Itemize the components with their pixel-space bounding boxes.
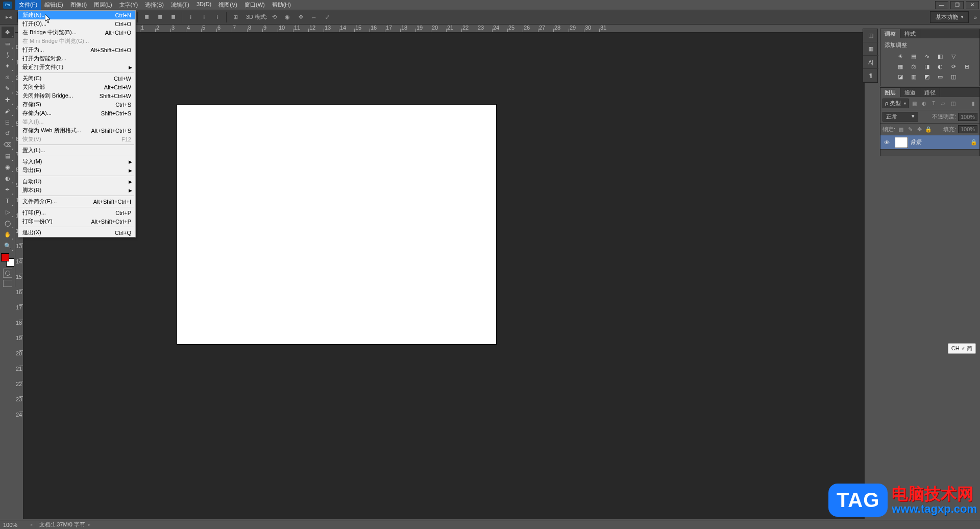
menuitem-自动U[interactable]: 自动(U)▶: [18, 177, 135, 186]
foreground-swatch[interactable]: [1, 253, 9, 261]
gradient-map-icon[interactable]: ▭: [936, 73, 945, 81]
menuitem-退出X[interactable]: 退出(X)Ctrl+Q: [18, 228, 135, 237]
color-swatches[interactable]: [1, 253, 14, 267]
tool-preset-icon[interactable]: ▸◂: [3, 12, 14, 23]
balance-icon[interactable]: ⚖: [909, 62, 918, 70]
exposure-icon[interactable]: ◧: [936, 52, 945, 60]
history-brush-tool[interactable]: ↺: [2, 128, 14, 139]
gradient-tool[interactable]: ▤: [2, 150, 14, 161]
menu-y[interactable]: 文字(Y): [116, 0, 142, 10]
menuitem-最近打开文件T[interactable]: 最近打开文件(T)▶: [18, 63, 135, 71]
zoom-arrow-icon[interactable]: ▸: [31, 522, 33, 527]
close-button[interactable]: ✕: [966, 1, 979, 9]
move-tool[interactable]: ✥: [2, 27, 14, 38]
menu-dd[interactable]: 3D(D): [193, 0, 215, 10]
3d-zoom-icon[interactable]: ⤢: [322, 12, 333, 23]
menu-f[interactable]: 文件(F): [15, 0, 41, 10]
dist-bottom-icon[interactable]: ≣: [167, 12, 179, 23]
menu-t[interactable]: 滤镜(T): [167, 0, 193, 10]
menuitem-导入M[interactable]: 导入(M)▶: [18, 157, 135, 166]
path-select-tool[interactable]: ▷: [2, 206, 14, 218]
dist-top-icon[interactable]: ≣: [141, 12, 152, 23]
channel-mixer-icon[interactable]: ⟳: [949, 62, 958, 70]
healing-tool[interactable]: ✚: [2, 94, 14, 105]
ime-indicator[interactable]: CH ♂ 简: [948, 343, 976, 354]
menuitem-导出E[interactable]: 导出(E)▶: [18, 166, 135, 175]
hand-tool[interactable]: ✋: [2, 229, 14, 240]
dist-hcenter-icon[interactable]: ⁞: [199, 12, 210, 23]
quickmask-button[interactable]: [3, 269, 12, 278]
menuitem-关闭全部[interactable]: 关闭全部Alt+Ctrl+W: [18, 83, 135, 91]
eraser-tool[interactable]: ⌫: [2, 139, 14, 150]
fill-field[interactable]: 100%: [958, 125, 977, 133]
dodge-tool[interactable]: ◐: [2, 173, 14, 184]
lock-transparent-icon[interactable]: ▩: [897, 126, 904, 133]
filter-shape-icon[interactable]: ▱: [939, 100, 947, 108]
layer-thumbnail[interactable]: [895, 137, 908, 148]
menuitem-存储为Web所用格式[interactable]: 存储为 Web 所用格式...Alt+Shift+Ctrl+S: [18, 126, 135, 135]
lasso-tool[interactable]: ⟆: [2, 49, 14, 60]
3d-slide-icon[interactable]: ↔: [308, 12, 320, 23]
menuitem-新建N[interactable]: 新建(N)...Ctrl+N: [18, 11, 135, 19]
character-panel-icon[interactable]: A|: [863, 56, 878, 69]
menuitem-打开O[interactable]: 打开(O)...Ctrl+O: [18, 19, 135, 28]
menuitem-打印一份Y[interactable]: 打印一份(Y)Alt+Shift+Ctrl+P: [18, 217, 135, 226]
lock-pixels-icon[interactable]: ✎: [906, 126, 914, 133]
curves-icon[interactable]: ∿: [922, 52, 932, 60]
menu-w[interactable]: 窗口(W): [241, 0, 268, 10]
opacity-field[interactable]: 100%: [958, 113, 977, 121]
swatches-panel-icon[interactable]: ▦: [863, 42, 878, 56]
pen-tool[interactable]: ✒: [2, 184, 14, 195]
menuitem-文件简介F[interactable]: 文件简介(F)...Alt+Shift+Ctrl+I: [18, 197, 135, 206]
lock-position-icon[interactable]: ✥: [916, 126, 923, 133]
visibility-toggle[interactable]: 👁: [880, 139, 893, 146]
lut-icon[interactable]: ⊞: [962, 62, 971, 70]
stamp-tool[interactable]: ⌸: [2, 116, 14, 128]
menuitem-置入L[interactable]: 置入(L)...: [18, 146, 135, 155]
dist-left-icon[interactable]: ⁞: [185, 12, 197, 23]
lock-all-icon[interactable]: 🔒: [925, 126, 932, 133]
eyedropper-tool[interactable]: ✎: [2, 83, 14, 94]
menuitem-在Bridge中浏览B[interactable]: 在 Bridge 中浏览(B)...Alt+Ctrl+O: [18, 28, 135, 37]
workspace-switcher[interactable]: 基本功能 ▾: [930, 11, 969, 23]
filter-toggle-icon[interactable]: ▮: [969, 100, 977, 108]
filter-pixel-icon[interactable]: ▦: [910, 100, 918, 108]
canvas[interactable]: [177, 104, 497, 345]
menu-s[interactable]: 选择(S): [141, 0, 167, 10]
bw-icon[interactable]: ◨: [922, 62, 932, 70]
vibrance-icon[interactable]: ▽: [949, 52, 958, 60]
minimize-button[interactable]: —: [935, 1, 948, 9]
maximize-button[interactable]: ❐: [950, 1, 964, 9]
menu-v[interactable]: 视图(V): [215, 0, 241, 10]
layer-row-background[interactable]: 👁 背景 🔒: [880, 135, 979, 150]
dist-vcenter-icon[interactable]: ≣: [154, 12, 165, 23]
menuitem-打开为[interactable]: 打开为...Alt+Shift+Ctrl+O: [18, 45, 135, 54]
threshold-icon[interactable]: ◩: [922, 73, 932, 81]
tab-paths[interactable]: 路径: [920, 88, 940, 97]
menuitem-打开为智能对象[interactable]: 打开为智能对象...: [18, 54, 135, 63]
levels-icon[interactable]: ▤: [909, 52, 918, 60]
dist-right-icon[interactable]: ⁞: [212, 12, 223, 23]
menuitem-存储S[interactable]: 存储(S)Ctrl+S: [18, 100, 135, 109]
menu-h[interactable]: 帮助(H): [268, 0, 295, 10]
doc-arrow-icon[interactable]: ▸: [88, 522, 90, 527]
invert-icon[interactable]: ◪: [896, 73, 905, 81]
tab-channels[interactable]: 通道: [900, 88, 920, 97]
menuitem-关闭C[interactable]: 关闭(C)Ctrl+W: [18, 74, 135, 83]
tab-adjustments[interactable]: 调整: [880, 29, 900, 38]
brush-tool[interactable]: 🖌: [2, 105, 14, 116]
hue-icon[interactable]: ▦: [896, 62, 905, 70]
brightness-icon[interactable]: ☀: [896, 52, 905, 60]
tab-layers[interactable]: 图层: [880, 88, 900, 97]
blend-mode-dropdown[interactable]: 正常▾: [883, 112, 918, 122]
menu-i[interactable]: 图像(I): [67, 0, 90, 10]
menu-e[interactable]: 编辑(E): [41, 0, 67, 10]
paragraph-panel-icon[interactable]: ¶: [863, 69, 878, 82]
wand-tool[interactable]: ✦: [2, 60, 14, 71]
type-tool[interactable]: T: [2, 195, 14, 206]
menuitem-存储为A[interactable]: 存储为(A)...Shift+Ctrl+S: [18, 109, 135, 117]
tab-styles[interactable]: 样式: [900, 29, 920, 38]
expand-panels-icon[interactable]: »: [971, 14, 980, 20]
crop-tool[interactable]: ⟃: [2, 71, 14, 83]
menuitem-打印P[interactable]: 打印(P)...Ctrl+P: [18, 208, 135, 217]
